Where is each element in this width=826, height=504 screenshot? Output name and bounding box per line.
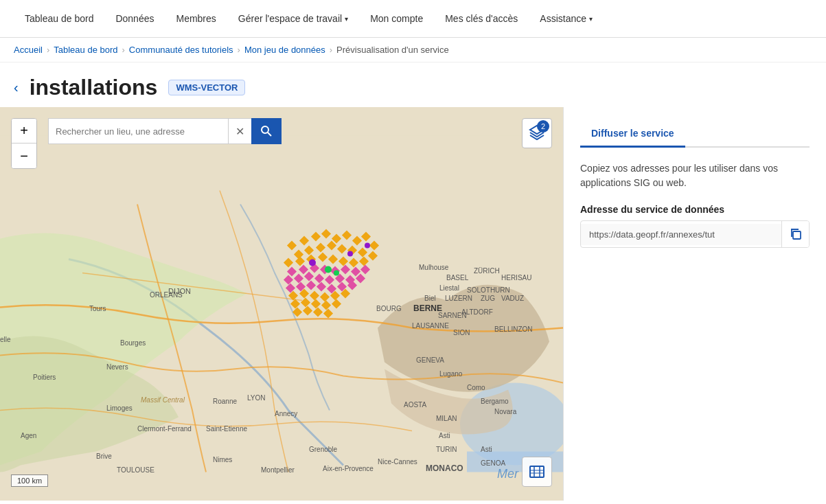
main-nav: Tableau de bord Données Membres Gérer l'… [0,0,826,38]
service-address-box: https://data.geopf.fr/annexes/tut [580,220,810,248]
chevron-down-icon: ▾ [589,15,593,23]
breadcrumb-sep: › [122,45,125,55]
minimap-button[interactable] [522,457,552,487]
clear-search-button[interactable]: ✕ [228,118,251,144]
page-header: ‹ installations WMS-VECTOR [0,62,826,107]
svg-text:Bourges: Bourges [120,339,146,347]
svg-text:Roanne: Roanne [213,398,237,405]
svg-text:Bergamo: Bergamo [481,398,509,405]
svg-text:Lugano: Lugano [439,370,463,378]
zoom-in-button[interactable]: + [12,119,36,144]
sidebar-tabs: Diffuser le service [580,121,810,148]
svg-text:BASEL: BASEL [446,274,469,282]
water-label: Mer [497,467,518,481]
nav-item-donnees[interactable]: Données [104,0,165,38]
svg-text:MILAN: MILAN [436,415,457,422]
svg-point-69 [347,251,353,257]
back-button[interactable]: ‹ [14,80,19,95]
svg-text:AOSTA: AOSTA [404,401,426,409]
svg-text:VADUZ: VADUZ [501,295,524,302]
service-address-value: https://data.geopf.fr/annexes/tut [581,224,781,245]
svg-line-123 [268,133,271,136]
nav-item-tableau[interactable]: Tableau de bord [14,0,104,38]
svg-text:Nice-Cannes: Nice-Cannes [378,458,417,466]
svg-text:Saint-Etienne: Saint-Etienne [206,425,247,433]
svg-text:HERISAU: HERISAU [501,274,531,282]
svg-text:Annecy: Annecy [275,410,297,417]
page-title: installations [30,75,158,100]
svg-text:ZÜRICH: ZÜRICH [474,267,500,275]
svg-text:LAUSANNE: LAUSANNE [412,322,449,330]
search-icon [261,126,272,137]
nav-item-cles[interactable]: Mes clés d'accès [434,0,529,38]
breadcrumb-jeu[interactable]: Mon jeu de données [244,45,325,55]
nav-item-gerer[interactable]: Gérer l'espace de travail ▾ [227,0,359,38]
svg-point-66 [325,266,332,273]
copy-icon [790,228,802,240]
main-layout: DIJON Tours Bourges Nevers Poitiers Mulh… [0,107,826,501]
svg-text:GENOA: GENOA [481,459,505,467]
nav-item-compte[interactable]: Mon compte [359,0,434,38]
svg-text:Mulhouse: Mulhouse [419,264,449,271]
copy-address-button[interactable] [781,221,809,247]
svg-text:Montpellier: Montpellier [261,466,295,474]
svg-text:ZUG: ZUG [481,295,495,302]
wms-badge: WMS-VECTOR [168,80,245,95]
svg-text:Asti: Asti [481,446,492,453]
svg-rect-126 [793,231,801,239]
search-submit-button[interactable] [251,118,282,144]
search-input[interactable] [48,118,228,144]
tab-diffuser[interactable]: Diffuser le service [580,121,685,148]
breadcrumb-sep: › [238,45,240,55]
nav-item-assistance[interactable]: Assistance ▾ [529,0,604,38]
svg-text:Poitiers: Poitiers [33,374,56,381]
svg-text:Como: Como [467,384,485,391]
breadcrumb: Accueil › Tableau de bord › Communauté d… [0,38,826,62]
svg-text:SARNEN: SARNEN [438,312,467,319]
svg-text:Nimes: Nimes [213,456,232,463]
svg-text:TOULOUSE: TOULOUSE [117,466,154,474]
svg-text:Nevers: Nevers [106,363,128,371]
svg-text:Agen: Agen [21,432,36,439]
breadcrumb-communaute[interactable]: Communauté des tutoriels [129,45,233,55]
chevron-down-icon: ▾ [345,15,348,23]
svg-text:Limoges: Limoges [106,404,133,412]
svg-rect-125 [530,466,544,477]
map-svg: DIJON Tours Bourges Nevers Poitiers Mulh… [0,107,563,501]
sidebar-description: Copiez vos adresses pour les utiliser da… [580,161,810,190]
svg-text:TURIN: TURIN [436,446,457,453]
svg-text:Biel: Biel [424,295,436,302]
map-icon [529,463,545,480]
breadcrumb-sep: › [330,45,332,55]
svg-text:Brive: Brive [96,453,112,460]
svg-text:ORLEANS: ORLEANS [150,291,183,299]
map-container[interactable]: DIJON Tours Bourges Nevers Poitiers Mulh… [0,107,563,501]
zoom-out-button[interactable]: − [12,144,36,168]
nav-item-membres[interactable]: Membres [165,0,227,38]
svg-text:Clermont-Ferrand: Clermont-Ferrand [137,425,192,433]
map-search-bar: ✕ [48,118,282,144]
breadcrumb-tableau[interactable]: Tableau de bord [54,45,117,55]
svg-text:Asti: Asti [439,432,450,439]
svg-text:LYON: LYON [247,394,266,402]
sidebar: Diffuser le service Copiez vos adresses … [563,107,826,501]
svg-text:Massif Central: Massif Central [141,396,185,404]
svg-text:BELLINZON: BELLINZON [494,325,533,333]
svg-text:Novara: Novara [494,408,517,415]
map-zoom-controls: + − [11,118,37,169]
svg-text:MONACO: MONACO [426,463,463,473]
service-address-label: Adresse du service de données [580,204,810,215]
scale-bar: 100 km [11,474,48,487]
layer-count-badge: 2 [537,120,549,133]
svg-text:Aix-en-Provence: Aix-en-Provence [323,465,374,472]
svg-point-67 [334,271,339,276]
svg-text:BOURG: BOURG [376,305,402,312]
breadcrumb-sep: › [47,45,49,55]
svg-text:Grenoble: Grenoble [309,446,338,453]
svg-point-68 [309,260,316,266]
layer-button[interactable]: 2 [522,118,552,148]
svg-text:Liestal: Liestal [439,284,459,292]
breadcrumb-accueil[interactable]: Accueil [14,45,43,55]
svg-text:SION: SION [453,329,470,336]
breadcrumb-current: Prévisualisation d'un service [336,45,449,55]
